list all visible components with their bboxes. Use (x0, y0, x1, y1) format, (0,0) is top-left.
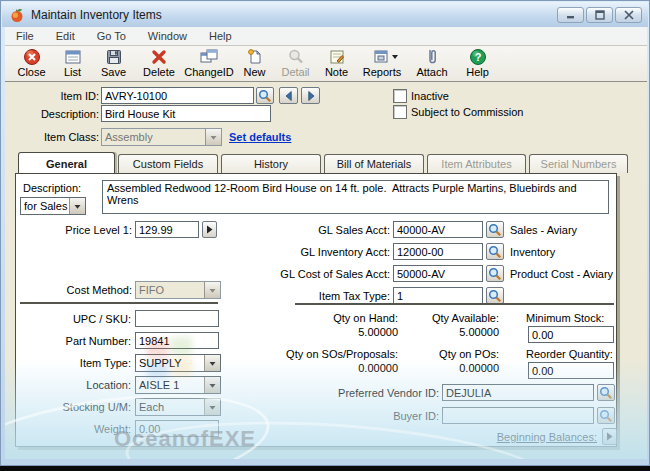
client-area: Item ID: Description: Item Class: Assemb… (5, 82, 647, 459)
part-number-input[interactable] (135, 332, 219, 349)
gl-cost-of-sales-acct-lookup-button[interactable] (486, 265, 504, 282)
change-id-button[interactable]: ChangeID (184, 48, 234, 81)
toolbar: Close List Save Delete ChangeID (5, 45, 647, 82)
right-section-divider (295, 303, 614, 305)
detail-button: Detail (275, 48, 316, 81)
qty-on-hand-value: 5.00000 (286, 326, 398, 338)
menu-goto[interactable]: Go To (86, 30, 137, 42)
help-button[interactable]: ? Help (457, 48, 498, 81)
reorder-quantity-label: Reorder Quantity: (526, 348, 613, 360)
qty-available-value: 5.00000 (387, 326, 499, 338)
note-button[interactable]: Note (316, 48, 357, 81)
gl-inventory-acct-lookup-button[interactable] (486, 243, 504, 260)
qty-on-pos-label: Qty on POs: (387, 348, 499, 360)
list-button[interactable]: List (52, 48, 93, 81)
tab-custom-fields[interactable]: Custom Fields (118, 154, 218, 173)
item-id-lookup-button[interactable] (256, 87, 274, 104)
upc-sku-input[interactable] (135, 310, 219, 327)
close-button[interactable]: Close (11, 48, 52, 81)
reports-button-label: Reports (363, 66, 402, 79)
previous-arrow-icon (283, 90, 295, 102)
buyer-id-input[interactable] (442, 407, 594, 424)
preferred-vendor-input[interactable] (442, 384, 594, 401)
inactive-checkbox-label: Inactive (411, 90, 449, 102)
save-button[interactable]: Save (93, 48, 134, 81)
new-button[interactable]: New (234, 48, 275, 81)
menu-help[interactable]: Help (198, 30, 243, 42)
lookup-magnifier-icon (488, 223, 502, 237)
item-tax-type-input[interactable] (393, 287, 483, 304)
lookup-magnifier-icon (599, 409, 613, 423)
attach-button[interactable]: Attach (407, 48, 457, 81)
menu-edit[interactable]: Edit (45, 30, 86, 42)
gl-cost-of-sales-acct-input[interactable] (393, 265, 483, 282)
previous-record-button[interactable] (279, 87, 298, 104)
buyer-id-label: Buyer ID: (249, 410, 439, 422)
minimize-button[interactable] (557, 7, 584, 23)
list-icon (64, 48, 82, 66)
set-defaults-link[interactable]: Set defaults (229, 131, 291, 143)
price-level-expand-button[interactable] (202, 221, 217, 238)
reorder-quantity-input[interactable] (528, 362, 614, 379)
buyer-id-lookup-button[interactable] (597, 407, 615, 424)
stocking-um-combo[interactable]: Each (135, 398, 221, 416)
change-id-icon (199, 48, 219, 66)
maximize-button[interactable] (586, 7, 613, 23)
detail-magnifier-icon (287, 48, 305, 66)
weight-input[interactable] (135, 420, 219, 437)
svg-text:?: ? (474, 51, 481, 63)
beginning-balances-label: Beginning Balances: (439, 431, 597, 443)
item-type-combo[interactable]: SUPPLY (135, 354, 221, 372)
minimize-icon (565, 10, 577, 20)
cost-method-value: FIFO (139, 284, 164, 296)
price-level-input[interactable] (135, 221, 199, 238)
tab-serial-numbers: Serial Numbers (529, 154, 628, 173)
menu-file[interactable]: File (5, 30, 45, 42)
gl-sales-acct-desc: Sales - Aviary (510, 224, 577, 236)
next-record-button[interactable] (301, 87, 320, 104)
qty-on-pos-value: 0.00000 (387, 362, 499, 374)
price-level-label: Price Level 1: (20, 224, 132, 236)
minimum-stock-input[interactable] (528, 326, 614, 343)
close-record-icon (23, 48, 41, 66)
item-class-dropdown-arrow-icon (205, 129, 221, 145)
general-tab-panel: Description: for Sales Assembled Redwood… (15, 173, 617, 447)
save-floppy-icon (105, 48, 123, 66)
gl-sales-acct-lookup-button[interactable] (486, 221, 504, 238)
item-tax-type-lookup-button[interactable] (486, 287, 504, 304)
gl-cost-of-sales-acct-desc: Product Cost - Aviary (510, 268, 613, 280)
tab-history[interactable]: History (221, 154, 321, 173)
tab-bill-of-materials[interactable]: Bill of Materials (324, 154, 424, 173)
preferred-vendor-lookup-button[interactable] (597, 384, 615, 401)
location-combo[interactable]: AISLE 1 (135, 376, 221, 394)
change-id-button-label: ChangeID (184, 66, 234, 79)
subject-to-commission-checkbox[interactable] (393, 105, 407, 119)
sales-description-textarea[interactable]: Assembled Redwood 12-Room Bird House on … (102, 180, 609, 214)
item-id-input[interactable] (101, 87, 254, 104)
gl-sales-acct-input[interactable] (393, 221, 483, 238)
reports-button[interactable]: Reports (357, 48, 407, 81)
tab-item-attributes: Item Attributes (427, 154, 526, 173)
attach-button-label: Attach (416, 66, 447, 79)
tab-general[interactable]: General (18, 152, 115, 174)
qty-on-hand-label: Qty on Hand: (286, 312, 398, 324)
preferred-vendor-label: Preferred Vendor ID: (249, 387, 439, 399)
location-label: Location: (16, 379, 131, 391)
item-tax-type-label: Item Tax Type: (242, 290, 390, 302)
description-input[interactable] (101, 105, 271, 122)
delete-button[interactable]: Delete (134, 48, 184, 81)
close-window-button[interactable] (615, 7, 642, 23)
gl-inventory-acct-input[interactable] (393, 243, 483, 260)
next-arrow-icon (305, 90, 317, 102)
item-type-dropdown-arrow-icon (204, 355, 220, 371)
list-button-label: List (64, 66, 81, 79)
qty-on-sos-value: 0.00000 (274, 362, 398, 374)
location-dropdown-arrow-icon (204, 377, 220, 393)
item-type-label: Item Type: (16, 357, 131, 369)
beginning-balances-button[interactable] (602, 428, 617, 445)
description-mode-combo[interactable]: for Sales (20, 197, 86, 215)
menu-window[interactable]: Window (137, 30, 198, 42)
item-id-label: Item ID: (7, 90, 99, 102)
subject-to-commission-checkbox-label: Subject to Commission (411, 106, 524, 118)
inactive-checkbox[interactable] (393, 89, 407, 103)
